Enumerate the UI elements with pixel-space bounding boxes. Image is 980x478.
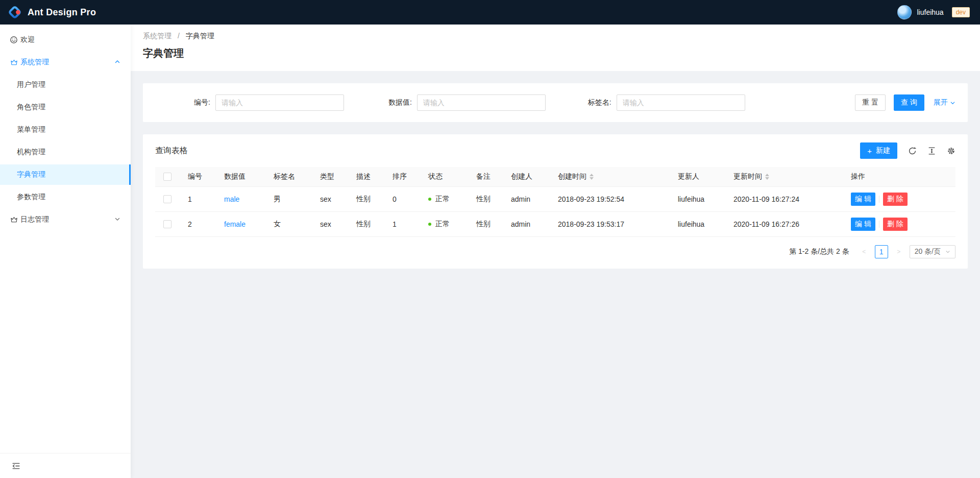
edit-button[interactable]: 编 辑: [851, 193, 875, 206]
cell-desc: 性别: [348, 186, 384, 211]
tag-input[interactable]: [617, 94, 745, 111]
sidebar-item-org-mgmt[interactable]: 机构管理: [0, 142, 131, 162]
row-checkbox[interactable]: [163, 195, 172, 203]
cell-remark: 性别: [468, 211, 503, 236]
search-card: 编号: 数据值: 标签名: 重 置 查 询 展开: [143, 83, 968, 122]
sidebar-item-label: 机构管理: [17, 148, 45, 157]
cell-tag: 男: [265, 186, 312, 211]
value-link[interactable]: male: [224, 195, 239, 203]
sidebar-footer: [0, 453, 131, 478]
sort-icon[interactable]: [590, 174, 594, 180]
cell-desc: 性别: [348, 211, 384, 236]
sidebar-item-user-mgmt[interactable]: 用户管理: [0, 75, 131, 95]
page-size-select[interactable]: 20 条/页: [910, 245, 955, 258]
table-row: 1 male 男 sex 性别 0 正常 性别 admin 2018-09-23…: [155, 186, 955, 211]
id-field-label: 编号:: [194, 98, 215, 107]
cell-updater: liufeihua: [670, 211, 725, 236]
cell-id: 2: [180, 211, 216, 236]
chevron-down-icon: [114, 216, 120, 222]
cell-remark: 性别: [468, 186, 503, 211]
delete-button[interactable]: 删 除: [883, 193, 908, 206]
column-header-tag: 标签名: [265, 167, 312, 186]
column-header-id: 编号: [180, 167, 216, 186]
status-badge: 正常: [428, 220, 450, 229]
ant-design-logo-icon: [7, 5, 22, 20]
edit-button[interactable]: 编 辑: [851, 218, 875, 231]
sidebar-item-menu-mgmt[interactable]: 菜单管理: [0, 119, 131, 140]
sidebar-item-label: 角色管理: [17, 103, 45, 112]
row-checkbox[interactable]: [163, 220, 172, 228]
app-title: Ant Design Pro: [28, 7, 96, 18]
sidebar-item-param-mgmt[interactable]: 参数管理: [0, 187, 131, 207]
cell-sort: 0: [384, 186, 420, 211]
page-header: 系统管理 / 字典管理 字典管理: [131, 25, 980, 71]
page-size-value: 20 条/页: [915, 247, 941, 256]
column-header-created[interactable]: 创建时间: [550, 167, 670, 186]
value-input[interactable]: [417, 94, 546, 111]
username[interactable]: liufeihua: [917, 8, 943, 16]
delete-button[interactable]: 删 除: [883, 218, 908, 231]
search-field-id: 编号:: [194, 94, 344, 111]
sidebar-item-label: 欢迎: [20, 35, 35, 44]
smile-icon: [10, 36, 18, 44]
sidebar-item-role-mgmt[interactable]: 角色管理: [0, 97, 131, 117]
cell-updated: 2020-11-09 16:27:26: [725, 211, 843, 236]
id-input[interactable]: [215, 94, 344, 111]
create-button[interactable]: + 新建: [860, 142, 897, 159]
cell-created: 2018-09-23 19:53:17: [550, 211, 670, 236]
column-header-actions: 操作: [843, 167, 955, 186]
column-header-type: 类型: [312, 167, 348, 186]
app-logo[interactable]: Ant Design Pro: [7, 5, 96, 20]
env-tag: dev: [952, 7, 970, 17]
sidebar-item-system[interactable]: 系统管理: [0, 52, 131, 73]
status-dot-icon: [428, 223, 431, 226]
menu-fold-icon[interactable]: [12, 462, 20, 470]
sidebar-item-label: 参数管理: [17, 193, 45, 202]
column-header-updater: 更新人: [670, 167, 725, 186]
reload-icon[interactable]: [908, 147, 917, 155]
pagination: 第 1-2 条/总共 2 条 < 1 > 20 条/页: [155, 245, 955, 258]
sidebar-item-label: 用户管理: [17, 80, 45, 89]
crown-icon: [10, 58, 18, 66]
sidebar-item-label: 菜单管理: [17, 125, 45, 134]
create-button-label: 新建: [876, 146, 890, 155]
breadcrumb: 系统管理 / 字典管理: [143, 32, 968, 41]
column-header-updated[interactable]: 更新时间: [725, 167, 843, 186]
sort-icon[interactable]: [765, 174, 769, 180]
column-header-sort: 排序: [384, 167, 420, 186]
sidebar-menu: 欢迎 系统管理 用户管理 角色管理 菜单管理: [0, 25, 131, 453]
column-header-status: 状态: [420, 167, 468, 186]
next-page-button[interactable]: >: [892, 245, 905, 258]
sidebar-item-welcome[interactable]: 欢迎: [0, 30, 131, 50]
plus-icon: +: [867, 147, 872, 155]
cell-sort: 1: [384, 211, 420, 236]
value-link[interactable]: female: [224, 220, 246, 228]
action-divider: [879, 196, 879, 203]
user-avatar[interactable]: [897, 5, 912, 19]
value-field-label: 数据值:: [388, 98, 417, 107]
sidebar-item-log-mgmt[interactable]: 日志管理: [0, 209, 131, 230]
sidebar-item-label: 系统管理: [20, 58, 49, 67]
cell-creator: admin: [503, 186, 550, 211]
status-badge: 正常: [428, 195, 450, 204]
query-button[interactable]: 查 询: [894, 94, 924, 111]
settings-gear-icon[interactable]: [947, 147, 955, 155]
page-1-button[interactable]: 1: [875, 245, 888, 258]
sidebar-item-dict-mgmt[interactable]: 字典管理: [0, 164, 131, 185]
column-height-icon[interactable]: [927, 147, 936, 155]
table-title: 查询表格: [155, 146, 188, 156]
column-header-desc: 描述: [348, 167, 384, 186]
expand-toggle[interactable]: 展开: [934, 98, 955, 107]
prev-page-button[interactable]: <: [857, 245, 871, 258]
search-field-value: 数据值:: [388, 94, 546, 111]
content-area: 编号: 数据值: 标签名: 重 置 查 询 展开: [131, 71, 980, 478]
status-dot-icon: [428, 198, 431, 201]
cell-updated: 2020-11-09 16:27:24: [725, 186, 843, 211]
breadcrumb-parent[interactable]: 系统管理: [143, 32, 172, 40]
cell-tag: 女: [265, 211, 312, 236]
sidebar-item-label: 日志管理: [20, 215, 49, 224]
reset-button[interactable]: 重 置: [855, 94, 886, 111]
cell-creator: admin: [503, 211, 550, 236]
table-row: 2 female 女 sex 性别 1 正常 性别 admin 2018-09-…: [155, 211, 955, 236]
select-all-checkbox[interactable]: [163, 173, 172, 181]
